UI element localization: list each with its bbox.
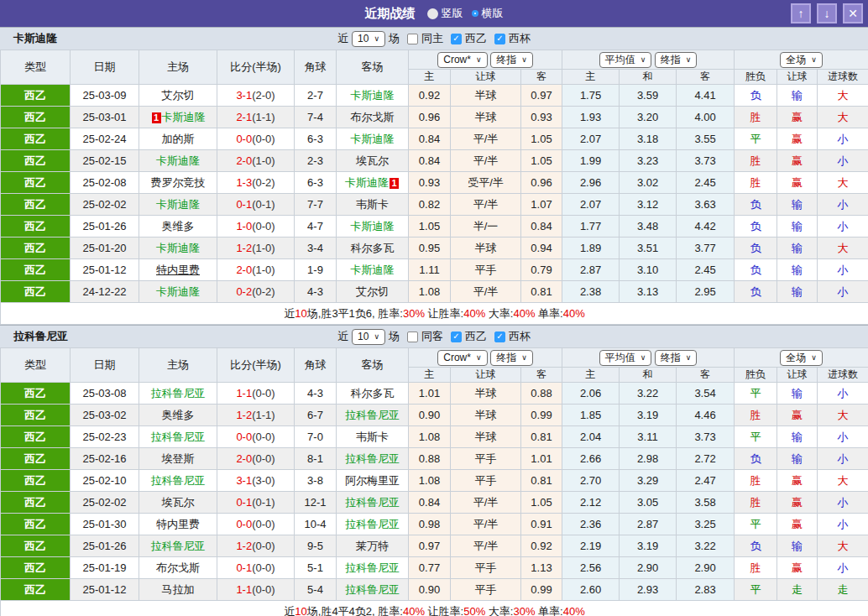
recent-count-select[interactable]: 10∨ [352, 31, 385, 47]
col-score: 比分(半场) [217, 348, 295, 383]
corner-cell: 7-0 [295, 426, 337, 448]
layout-vertical-option[interactable]: 竖版 [427, 6, 463, 21]
avg-group-header: 平均值∨ 终指∨ [562, 348, 735, 368]
team-cell-content: 韦斯卡 [356, 431, 389, 443]
chevron-down-icon: ∨ [521, 54, 527, 66]
odds-time-select[interactable]: 终指∨ [490, 350, 533, 366]
team-name-text: 拉科鲁尼亚 [151, 387, 206, 399]
odds-group-header: Crow*∨ 终指∨ [409, 348, 562, 368]
result-handicap-cell: 输 [777, 216, 818, 238]
team-name-text: 拉科鲁尼亚 [151, 474, 206, 487]
handicap-cell: 平手 [451, 259, 521, 281]
half-time-score: (0-0) [252, 220, 275, 232]
team-name-text: 拉科鲁尼亚 [345, 583, 400, 596]
result-outcome-cell: 胜 [735, 470, 777, 492]
result-outcome-cell: 胜 [735, 492, 777, 514]
result-goals-cell: 小 [818, 448, 868, 470]
filter-checkbox[interactable]: ✓ [494, 331, 505, 342]
filter-checkbox[interactable]: ✓ [451, 331, 462, 342]
result-goals-cell: 小 [818, 216, 868, 238]
team-cell-content: 莱万特 [356, 540, 389, 552]
team-name-text: 拉科鲁尼亚 [345, 561, 400, 574]
avg-draw-cell: 3.22 [620, 383, 677, 405]
match-row: 西乙25-01-30特内里费0-0(0-0)10-4拉科鲁尼亚0.98平/半0.… [1, 514, 868, 535]
corner-cell: 2-3 [295, 150, 337, 172]
date-cell: 25-01-30 [71, 514, 139, 535]
team-name-text: 费罗尔竞技 [151, 176, 206, 189]
handicap-cell: 平/半 [451, 194, 521, 216]
filter-checkbox[interactable] [407, 34, 418, 44]
avg-source-select[interactable]: 平均值∨ [599, 52, 652, 68]
odds-time-select[interactable]: 终指∨ [490, 52, 533, 68]
avg-home-cell: 2.36 [562, 514, 620, 535]
col-type: 类型 [1, 348, 71, 383]
team-cell-content: 费罗尔竞技 [151, 176, 206, 189]
scope-select[interactable]: 全场∨ [780, 52, 823, 68]
half-time-score: (1-0) [252, 154, 275, 167]
scroll-up-button[interactable]: ↑ [791, 3, 811, 23]
team-cell-content: 卡斯迪隆 [156, 154, 200, 167]
final-score: 0-1 [236, 561, 252, 574]
team-cell-content: 拉科鲁尼亚 [345, 518, 400, 530]
red-card-badge: 1 [152, 112, 161, 123]
avg-away-cell: 2.45 [677, 259, 735, 281]
team-cell-content: 卡斯迪隆 [351, 133, 395, 145]
summary-segment: 40% [563, 307, 585, 320]
half-time-score: (0-0) [252, 133, 275, 145]
avg-source-select[interactable]: 平均值∨ [599, 350, 652, 366]
team-cell-content: 奥维多 [162, 409, 195, 421]
odds-away-cell: 0.97 [521, 85, 562, 107]
result-goals-cell: 走 [818, 579, 868, 601]
summary-segment: 10 [295, 307, 306, 320]
avg-draw-cell: 2.87 [620, 514, 677, 535]
avg-away-cell: 4.42 [677, 216, 735, 238]
avg-away-cell: 2.95 [677, 281, 735, 303]
filter-checkbox[interactable]: ✓ [494, 34, 505, 44]
odds-source-select[interactable]: Crow*∨ [437, 350, 487, 366]
team-cell-content: 拉科鲁尼亚 [345, 409, 400, 421]
col-away: 客场 [337, 50, 409, 85]
corner-cell: 10-4 [295, 514, 337, 535]
odds-source-select[interactable]: Crow*∨ [437, 52, 487, 68]
filter-checkbox[interactable] [407, 331, 418, 342]
scope-select[interactable]: 全场∨ [780, 350, 823, 366]
avg-time-select[interactable]: 终指∨ [655, 52, 698, 68]
half-time-score: (1-0) [252, 264, 275, 276]
summary-segment: 单率: [535, 605, 562, 616]
team-name-text: 特内里费 [156, 264, 200, 276]
close-button[interactable]: ✕ [843, 3, 863, 23]
recent-count-select[interactable]: 10∨ [352, 329, 385, 345]
avg-draw-cell: 3.48 [620, 216, 677, 238]
red-card-badge: 1 [390, 178, 399, 189]
scroll-down-button[interactable]: ↓ [817, 3, 837, 23]
odds-home-cell: 0.90 [409, 579, 451, 601]
col-avg-away: 客 [677, 70, 735, 85]
avg-group-header: 平均值∨ 终指∨ [562, 50, 735, 70]
odds-home-cell: 0.88 [409, 448, 451, 470]
avg-away-cell: 3.54 [677, 383, 735, 405]
layout-horizontal-option[interactable]: 横版 [472, 6, 504, 21]
filter-checkbox[interactable]: ✓ [451, 34, 462, 44]
scope-group-header: 全场∨ [735, 50, 868, 70]
corner-cell: 12-1 [295, 492, 337, 514]
avg-away-cell: 3.25 [677, 514, 735, 535]
team-cell-content: 拉科鲁尼亚 [151, 431, 206, 443]
league-type-cell: 西乙 [1, 514, 71, 535]
odds-away-cell: 0.93 [521, 107, 562, 128]
result-handicap-cell: 输 [777, 448, 818, 470]
team-cell-content: 卡斯迪隆 [351, 264, 395, 276]
avg-time-select[interactable]: 终指∨ [655, 350, 698, 366]
score-cell: 1-0(0-0) [217, 216, 295, 238]
corner-cell: 3-4 [295, 238, 337, 259]
corner-cell: 7-7 [295, 194, 337, 216]
result-outcome-cell: 平 [735, 128, 777, 150]
score-cell: 0-1(0-1) [217, 492, 295, 514]
result-outcome-cell: 负 [735, 281, 777, 303]
handicap-cell: 平/半 [451, 150, 521, 172]
avg-home-cell: 2.38 [562, 281, 620, 303]
summary-segment: 近 [284, 605, 295, 616]
odds-home-cell: 0.93 [409, 172, 451, 194]
date-cell: 25-02-10 [71, 470, 139, 492]
date-cell: 25-01-12 [71, 579, 139, 601]
league-type-cell: 西乙 [1, 492, 71, 514]
